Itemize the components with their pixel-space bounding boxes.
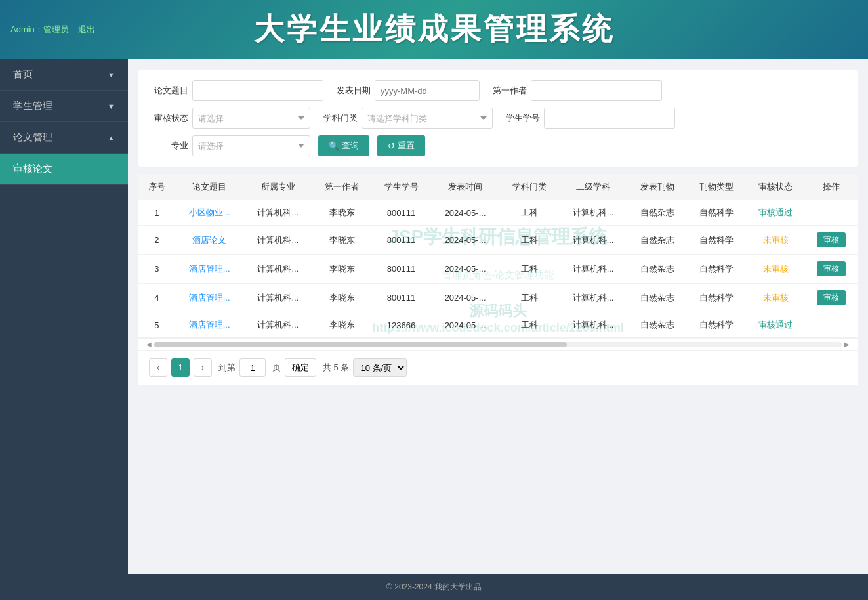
- horizontal-scrollbar[interactable]: ◀ ▶: [138, 338, 858, 350]
- cell-journal-type: 自然科学: [687, 226, 746, 255]
- audit-button[interactable]: 审核: [817, 290, 846, 305]
- page-unit: 页: [272, 362, 281, 374]
- footer-copyright: © 2023-2024 我的大学出品: [386, 582, 482, 593]
- scroll-right-icon[interactable]: ▶: [842, 341, 852, 348]
- cell-subject: 工科: [499, 255, 558, 284]
- col-author: 第一作者: [312, 175, 371, 200]
- col-journal: 发表刊物: [627, 175, 686, 200]
- cell-major: 计算机科...: [243, 226, 312, 255]
- cell-journal-type: 自然科学: [687, 255, 746, 284]
- cell-no: 4: [138, 284, 175, 312]
- cell-subject: 工科: [499, 284, 558, 312]
- publish-date-label: 发表日期: [331, 85, 371, 96]
- cell-major: 计算机科...: [243, 200, 312, 226]
- cell-author: 李晓东: [312, 312, 371, 338]
- audit-button[interactable]: 审核: [817, 232, 846, 247]
- cell-student-id: 800111: [371, 200, 430, 226]
- paper-title-link[interactable]: 小区物业...: [189, 207, 230, 217]
- cell-sub-subject: 计算机科...: [559, 255, 628, 284]
- publish-date-group: 发表日期: [331, 80, 480, 101]
- subject-select[interactable]: 请选择学科门类 工科 理科 文科: [362, 108, 493, 129]
- col-publish-time: 发表时间: [431, 175, 500, 200]
- cell-student-id: 123666: [371, 312, 430, 338]
- cell-journal-type: 自然科学: [687, 200, 746, 226]
- cell-operation: 审核: [805, 226, 858, 255]
- cell-status: 未审核: [746, 284, 805, 312]
- page-size-select[interactable]: 10 条/页 20 条/页 50 条/页: [353, 358, 407, 377]
- sidebar-item-home[interactable]: 首页 ▼: [0, 59, 128, 91]
- papers-table: 序号 论文题目 所属专业 第一作者 学生学号 发表时间 学科门类 二级学科 发表…: [138, 175, 858, 338]
- cell-title: 小区物业...: [175, 200, 244, 226]
- major-select[interactable]: 请选择: [192, 135, 310, 156]
- cell-no: 1: [138, 200, 175, 226]
- col-operation: 操作: [805, 175, 858, 200]
- paper-title-link[interactable]: 酒店管理...: [189, 320, 230, 330]
- cell-sub-subject: 计算机科...: [559, 284, 628, 312]
- publish-date-input[interactable]: [375, 80, 480, 101]
- col-subject: 学科门类: [499, 175, 558, 200]
- cell-journal: 自然杂志: [627, 226, 686, 255]
- cell-subject: 工科: [499, 312, 558, 338]
- page-goto-input[interactable]: [239, 358, 266, 377]
- cell-journal-type: 自然科学: [687, 312, 746, 338]
- sidebar: 首页 ▼ 学生管理 ▼ 论文管理 ▲ 审核论文: [0, 59, 128, 574]
- first-author-label: 第一作者: [487, 85, 527, 96]
- cell-journal: 自然杂志: [627, 255, 686, 284]
- paper-title-link[interactable]: 酒店管理...: [189, 293, 230, 303]
- sidebar-item-audit[interactable]: 审核论文: [0, 154, 128, 185]
- cell-title: 酒店管理...: [175, 312, 244, 338]
- search-row-1: 论文题目 发表日期 第一作者: [149, 80, 847, 101]
- cell-subject: 工科: [499, 226, 558, 255]
- page-confirm-button[interactable]: 确定: [285, 358, 316, 377]
- main-content: 论文题目 发表日期 第一作者 审核状态: [128, 59, 868, 574]
- student-id-group: 学生学号: [501, 108, 675, 129]
- sidebar-item-paper[interactable]: 论文管理 ▲: [0, 122, 128, 154]
- cell-author: 李晓东: [312, 200, 371, 226]
- header: Admin：管理员 退出 大学生业绩成果管理系统: [0, 0, 868, 59]
- paper-title-link[interactable]: 酒店管理...: [189, 264, 230, 274]
- paper-title-link[interactable]: 酒店论文: [192, 235, 226, 245]
- search-row-3: 专业 请选择 🔍 查询 ↺ 重置: [149, 135, 847, 156]
- footer: © 2023-2024 我的大学出品: [0, 574, 868, 600]
- col-status: 审核状态: [746, 175, 805, 200]
- cell-major: 计算机科...: [243, 284, 312, 312]
- cell-author: 李晓东: [312, 226, 371, 255]
- prev-page-button[interactable]: ‹: [149, 358, 167, 377]
- table-row: 4 酒店管理... 计算机科... 李晓东 800111 2024-05-...…: [138, 284, 858, 312]
- sidebar-item-paper-label: 论文管理: [13, 131, 52, 144]
- student-id-label: 学生学号: [501, 112, 540, 124]
- cell-no: 5: [138, 312, 175, 338]
- logout-link[interactable]: 退出: [78, 24, 95, 34]
- student-id-input[interactable]: [544, 108, 675, 129]
- cell-publish-time: 2024-05-...: [431, 226, 500, 255]
- next-page-button[interactable]: ›: [194, 358, 212, 377]
- table-row: 5 酒店管理... 计算机科... 李晓东 123666 2024-05-...…: [138, 312, 858, 338]
- col-student-id: 学生学号: [371, 175, 430, 200]
- subject-label: 学科门类: [318, 112, 358, 124]
- col-no: 序号: [138, 175, 175, 200]
- cell-student-id: 800111: [371, 255, 430, 284]
- cell-major: 计算机科...: [243, 312, 312, 338]
- cell-sub-subject: 计算机科...: [559, 200, 628, 226]
- first-author-input[interactable]: [531, 80, 662, 101]
- scroll-left-icon[interactable]: ◀: [144, 341, 154, 348]
- audit-button[interactable]: 审核: [817, 261, 846, 276]
- paper-title-input[interactable]: [192, 80, 323, 101]
- cell-operation: [805, 200, 858, 226]
- search-button[interactable]: 🔍 查询: [318, 135, 369, 156]
- cell-title: 酒店管理...: [175, 255, 244, 284]
- audit-status-select[interactable]: 请选择 审核通过 未审核: [192, 108, 310, 129]
- col-journal-type: 刊物类型: [687, 175, 746, 200]
- page-1-button[interactable]: 1: [171, 358, 190, 377]
- reset-button[interactable]: ↺ 重置: [377, 135, 425, 156]
- chevron-down-icon-2: ▼: [108, 102, 115, 110]
- major-group: 专业 请选择: [149, 135, 310, 156]
- table-row: 1 小区物业... 计算机科... 李晓东 800111 2024-05-...…: [138, 200, 858, 226]
- sidebar-item-home-label: 首页: [13, 68, 33, 81]
- cell-author: 李晓东: [312, 284, 371, 312]
- search-icon: 🔍: [329, 141, 339, 151]
- sidebar-item-student[interactable]: 学生管理 ▼: [0, 91, 128, 122]
- scrollbar-track[interactable]: [154, 342, 842, 347]
- total-count: 共 5 条: [323, 362, 349, 374]
- cell-title: 酒店管理...: [175, 284, 244, 312]
